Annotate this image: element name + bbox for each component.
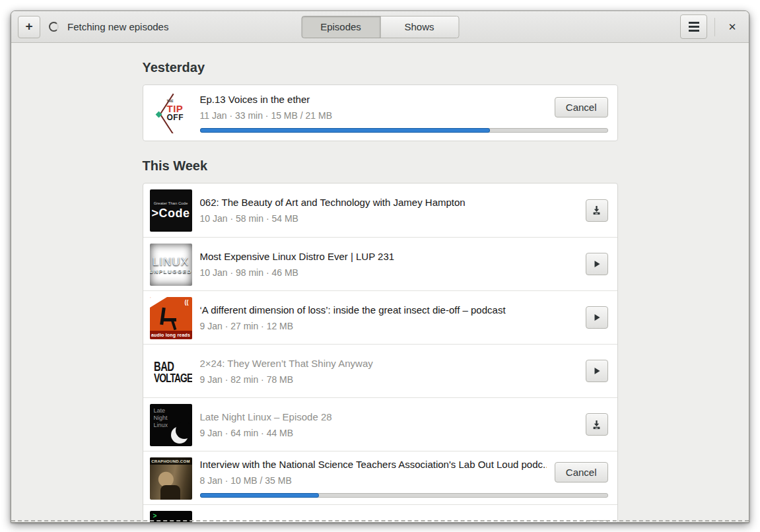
tab-shows[interactable]: Shows: [380, 16, 459, 38]
portrait-art: [160, 485, 180, 500]
episode-row: LateNightLinux Late Night Linux – Episod…: [143, 397, 617, 451]
episode-title: Most Expensive Linux Distro Ever | LUP 2…: [200, 250, 578, 263]
episodes-scroll-area: Yesterday THE TIP OFF Ep.13 Voices in th…: [11, 43, 749, 523]
play-icon: [592, 313, 602, 322]
episode-meta: 11 Jan · 33 min · 15 MB / 21 MB: [200, 110, 547, 121]
podcast-cover-the-tip-off: THE TIP OFF: [150, 91, 192, 133]
episode-meta: 9 Jan · 82 min · 78 MB: [200, 374, 578, 385]
episode-meta: 10 Jan · 98 min · 46 MB: [200, 267, 578, 279]
episode-title: Ep.13 Voices in the ether: [200, 93, 547, 106]
episode-row: (( audio long reads ‘A different dimensi…: [143, 290, 617, 344]
episode-meta: 9 Jan · 27 min · 12 MB: [200, 321, 578, 332]
headerbar-left: + Fetching new episodes: [18, 16, 168, 38]
tab-episodes[interactable]: Episodes: [301, 16, 380, 38]
section: Yesterday THE TIP OFF Ep.13 Voices in th…: [143, 60, 618, 141]
download-button[interactable]: [586, 413, 608, 436]
download-icon: [592, 420, 602, 430]
play-icon: [592, 259, 602, 269]
close-button[interactable]: ✕: [722, 17, 742, 37]
episode-row: Greater Than Code >Code 062: The Beauty …: [143, 183, 617, 237]
episode-row: CRAPHOUND.COM Interview with the Nationa…: [143, 451, 617, 504]
podcast-cover-bad-voltage: BAD VOLTAGE: [150, 350, 192, 393]
headerbar-separator: [714, 18, 715, 36]
podcast-cover-craphound: CRAPHOUND.COM: [150, 457, 192, 500]
play-button[interactable]: [586, 360, 608, 382]
headerbar: + Fetching new episodes Episodes Shows ✕: [11, 11, 749, 43]
undershoot-indicator: [11, 520, 749, 521]
add-podcast-button[interactable]: +: [18, 16, 40, 38]
play-icon: [592, 366, 602, 376]
view-switcher: Episodes Shows: [301, 16, 459, 38]
app-window: + Fetching new episodes Episodes Shows ✕…: [11, 11, 749, 523]
episode-card: Greater Than Code >Code 062: The Beauty …: [143, 183, 618, 523]
episode-card: THE TIP OFF Ep.13 Voices in the ether 11…: [143, 84, 618, 141]
podcast-cover-greater-than-code: Greater Than Code >Code: [150, 189, 192, 232]
chair-art: [160, 308, 166, 325]
section-title: Yesterday: [143, 60, 618, 75]
status-label: Fetching new episodes: [67, 21, 168, 32]
episode-row: THE TIP OFF Ep.13 Voices in the ether 11…: [143, 85, 617, 141]
episode-row: LINUX UNPLUGGED Most Expensive Linux Dis…: [143, 237, 617, 290]
section: This Week Greater Than Code >Code 062: T…: [143, 158, 618, 523]
download-button[interactable]: [586, 199, 608, 222]
episode-title: Late Night Linux – Episode 28: [200, 411, 578, 423]
progress-bar: [200, 493, 608, 498]
headerbar-right: ✕: [680, 15, 742, 39]
sections: Yesterday THE TIP OFF Ep.13 Voices in th…: [143, 60, 618, 523]
spinner-icon: [49, 22, 59, 32]
cancel-button[interactable]: Cancel: [555, 462, 608, 482]
menu-button[interactable]: [680, 15, 707, 39]
progress-fill: [200, 128, 490, 133]
episode-meta: 10 Jan · 58 min · 54 MB: [200, 213, 578, 224]
episode-title: ‘A different dimension of loss’: inside …: [200, 304, 578, 316]
play-button[interactable]: [586, 306, 608, 329]
episode-title: 062: The Beauty of Art and Technology wi…: [200, 196, 578, 209]
episode-title: Interview with the National Science Teac…: [200, 458, 547, 471]
episode-row: BAD VOLTAGE 2×24: They Weren’t That Shin…: [143, 344, 617, 397]
play-button[interactable]: [586, 253, 608, 275]
progress-fill: [200, 493, 320, 498]
episode-meta: 8 Jan · 10 MB / 35 MB: [200, 475, 547, 486]
podcast-cover-linux-unplugged: LINUX UNPLUGGED: [150, 244, 192, 286]
podcast-cover-audio-long-reads: (( audio long reads: [150, 297, 192, 339]
podcast-cover-late-night-linux: LateNightLinux: [150, 404, 192, 446]
moon-art: [171, 426, 188, 444]
section-title: This Week: [143, 158, 618, 174]
progress-bar: [200, 128, 608, 133]
hamburger-icon: [689, 26, 699, 28]
download-icon: [592, 205, 602, 215]
episode-meta: 9 Jan · 64 min · 44 MB: [200, 428, 578, 439]
cancel-button[interactable]: Cancel: [555, 97, 608, 117]
episode-title: 2×24: They Weren’t That Shiny Anyway: [200, 357, 578, 370]
